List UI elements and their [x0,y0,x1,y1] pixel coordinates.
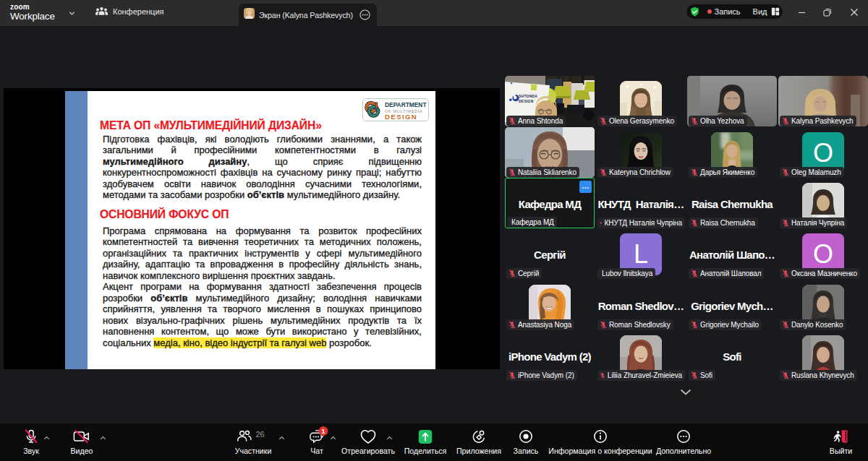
svg-text:DESIGN: DESIGN [519,100,534,103]
svg-text:SHTONDA: SHTONDA [519,95,537,98]
